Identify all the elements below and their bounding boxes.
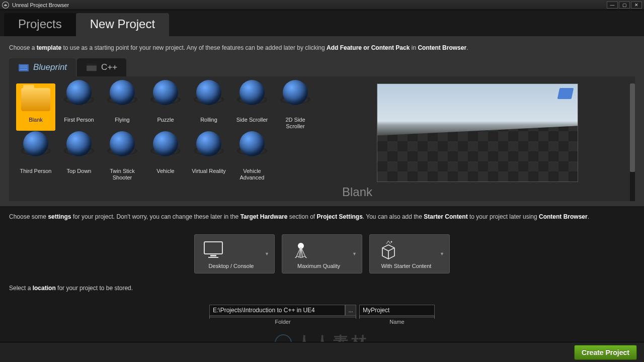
template-label: Puzzle — [157, 117, 174, 130]
template-type-tabs: Blueprint C++ — [9, 58, 635, 76]
setting-starter-content[interactable]: With Starter Content ▼ — [369, 234, 450, 274]
template-vehicle-advanced[interactable]: Vehicle Advanced — [232, 135, 272, 182]
template-label: First Person — [64, 117, 94, 130]
template-puzzle[interactable]: Puzzle — [146, 83, 185, 131]
path-row: ... Folder Name — [9, 299, 635, 325]
blueprint-icon — [18, 63, 29, 72]
template-icon — [61, 136, 97, 166]
preview-label: Blank — [342, 185, 625, 199]
svg-rect-8 — [210, 255, 216, 256]
titlebar: Unreal Project Browser — ▢ ✕ — [0, 0, 644, 10]
monitor-icon — [200, 239, 227, 261]
name-input[interactable] — [359, 305, 435, 316]
template-flying[interactable]: Flying — [103, 83, 142, 131]
template-top-down[interactable]: Top Down — [59, 135, 99, 182]
template-preview: Blank — [330, 83, 635, 201]
unreal-logo-icon — [2, 2, 9, 9]
template-icon — [277, 84, 313, 115]
folder-label: Folder — [275, 319, 290, 325]
browse-button[interactable]: ... — [345, 305, 356, 316]
template-label: Virtual Reality — [192, 168, 226, 181]
name-label: Name — [389, 319, 404, 325]
setting-quality[interactable]: Maximum Quality ▼ — [282, 234, 362, 274]
maximize-button[interactable]: ▢ — [619, 2, 630, 9]
template-icon — [18, 136, 54, 166]
tab-projects[interactable]: Projects — [4, 13, 76, 36]
template-label: Rolling — [200, 117, 217, 130]
location-description: Select a location for your project to be… — [9, 284, 635, 293]
close-button[interactable]: ✕ — [631, 2, 642, 9]
svg-point-11 — [391, 241, 392, 243]
tab-cpp[interactable]: C++ — [77, 58, 126, 76]
minimize-button[interactable]: — — [607, 2, 618, 9]
template-icon — [61, 84, 97, 115]
template-label: Flying — [115, 117, 129, 130]
main-tabs: Projects New Project — [0, 10, 644, 36]
template-first-person[interactable]: First Person — [59, 83, 99, 131]
template-label: Side Scroller — [236, 117, 268, 130]
template-rolling[interactable]: Rolling — [189, 83, 228, 131]
tab-blueprint[interactable]: Blueprint — [9, 58, 76, 76]
template-label: Blank — [29, 117, 43, 130]
template-icon — [104, 136, 140, 166]
template-side-scroller[interactable]: Side Scroller — [232, 83, 272, 131]
preview-scrollbar[interactable] — [630, 83, 635, 201]
blueprint-badge-icon — [557, 88, 574, 99]
template-description: Choose a template to use as a starting p… — [9, 43, 635, 52]
chevron-down-icon: ▼ — [350, 251, 359, 256]
template-blank[interactable]: Blank — [16, 83, 55, 131]
chevron-down-icon: ▼ — [263, 251, 271, 256]
template-icon — [234, 136, 270, 166]
template-icon — [191, 136, 227, 166]
new-project-panel: Choose a template to use as a starting p… — [0, 36, 644, 206]
chevron-down-icon: ▼ — [438, 251, 446, 256]
tab-new-project[interactable]: New Project — [76, 13, 169, 36]
template-label: Top Down — [67, 168, 92, 181]
preview-image — [377, 83, 578, 182]
template-label: 2D Side Scroller — [277, 117, 314, 130]
template-third-person[interactable]: Third Person — [16, 135, 55, 182]
cpp-icon — [86, 63, 97, 72]
create-project-button[interactable]: Create Project — [574, 345, 637, 360]
footer: Create Project — [0, 342, 644, 362]
templates-area: BlankFirst PersonFlyingPuzzleRollingSide… — [9, 76, 635, 201]
template-icon — [147, 136, 184, 166]
setting-target-hardware[interactable]: Desktop / Console ▼ — [194, 234, 275, 274]
template-icon — [18, 84, 54, 115]
box-icon — [375, 239, 402, 261]
template-vehicle[interactable]: Vehicle — [146, 135, 185, 182]
template-icon — [104, 84, 140, 115]
folder-input[interactable] — [209, 305, 345, 316]
quality-icon — [287, 239, 314, 261]
template-grid: BlankFirst PersonFlyingPuzzleRollingSide… — [16, 83, 323, 201]
template-2d-side-scroller[interactable]: 2D Side Scroller — [276, 83, 315, 131]
svg-rect-9 — [208, 257, 218, 258]
template-label: Vehicle — [156, 168, 174, 181]
template-twin-stick-shooter[interactable]: Twin Stick Shooter — [103, 135, 142, 182]
settings-row: Desktop / Console ▼ Maximum Quality ▼ Wi… — [9, 227, 635, 281]
template-icon — [191, 84, 227, 115]
template-label: Third Person — [20, 168, 52, 181]
template-icon — [147, 84, 184, 115]
svg-rect-7 — [204, 242, 222, 254]
name-group: Name — [359, 305, 435, 325]
template-virtual-reality[interactable]: Virtual Reality — [189, 135, 228, 182]
template-icon — [234, 84, 270, 115]
window-title: Unreal Project Browser — [12, 2, 607, 8]
template-label: Twin Stick Shooter — [104, 168, 141, 181]
folder-group: ... Folder — [209, 305, 356, 325]
template-label: Vehicle Advanced — [233, 168, 271, 181]
svg-rect-6 — [87, 64, 97, 66]
settings-description: Choose some settings for your project. D… — [9, 212, 635, 221]
